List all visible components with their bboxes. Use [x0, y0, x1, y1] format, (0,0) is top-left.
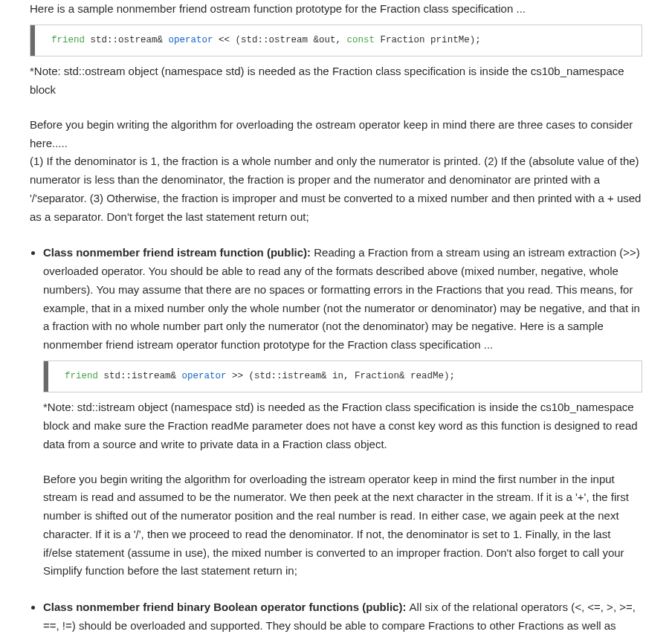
list-item-istream: Class nonmember friend istream function …: [43, 244, 642, 581]
code-block-istream: friend std::istream& operator >> (std::i…: [43, 360, 642, 393]
code-block-accent: [30, 25, 35, 56]
boolops-paragraph: Class nonmember friend binary Boolean op…: [43, 598, 642, 637]
list-item-boolops: Class nonmember friend binary Boolean op…: [43, 598, 642, 637]
ostream-intro: Before you begin writing the algorithm f…: [30, 116, 642, 153]
ostream-cases: (1) If the denominator is 1, the fractio…: [30, 152, 642, 226]
code-block-accent: [44, 361, 48, 392]
keyword-friend: friend: [51, 35, 85, 45]
keyword-friend: friend: [65, 371, 98, 381]
note-istream: *Note: std::istream object (namespace st…: [43, 398, 642, 453]
code-text: >> (std::istream& in, Fraction& readMe);: [227, 371, 456, 381]
keyword-const: const: [347, 35, 375, 45]
code-content: friend std::ostream& operator << (std::o…: [30, 25, 642, 56]
istream-body: Reading a Fraction from a stream using a…: [43, 246, 640, 351]
code-block-ostream: friend std::ostream& operator << (std::o…: [30, 25, 642, 57]
code-text: std::ostream&: [85, 35, 169, 45]
bullet-list: Class nonmember friend istream function …: [30, 244, 642, 637]
istream-algorithm: Before you begin writing the algorithm f…: [43, 471, 642, 581]
boolops-lead: Class nonmember friend binary Boolean op…: [43, 601, 410, 613]
code-text: << (std::ostream &out,: [213, 35, 347, 45]
code-text: std::istream&: [98, 371, 182, 381]
keyword-operator: operator: [182, 371, 227, 381]
istream-paragraph: Class nonmember friend istream function …: [43, 244, 642, 355]
keyword-operator: operator: [169, 35, 213, 45]
intro-paragraph: Here is a sample nonmember friend ostrea…: [30, 0, 642, 19]
note-ostream: *Note: std::ostream object (namespace st…: [30, 62, 642, 100]
code-text: Fraction printMe);: [375, 35, 481, 45]
istream-lead: Class nonmember friend istream function …: [43, 246, 314, 259]
code-content: friend std::istream& operator >> (std::i…: [44, 361, 642, 392]
document-content: Here is a sample nonmember friend ostrea…: [30, 0, 642, 637]
